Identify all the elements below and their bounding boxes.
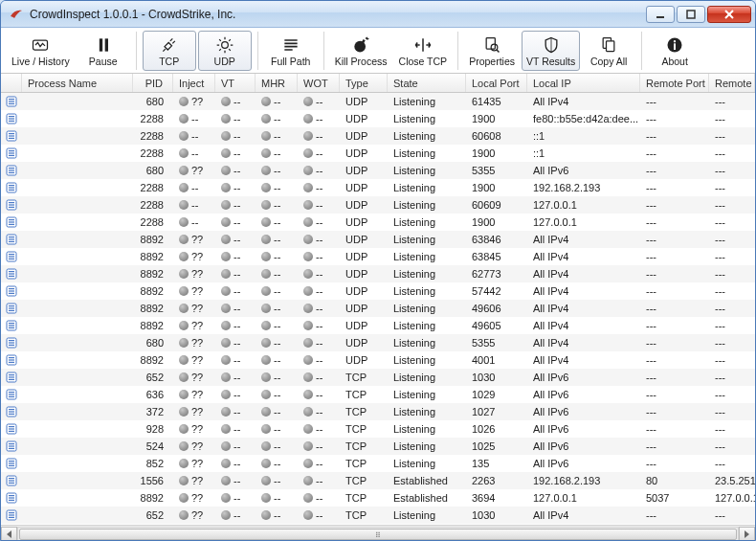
cell-local-port: 57442 [466, 282, 527, 300]
minimize-button[interactable] [646, 6, 675, 23]
cell-pid: 928 [133, 420, 173, 438]
column-header-rip[interactable]: Remote IP [709, 74, 755, 92]
table-row[interactable]: 852??------TCPListening135All IPv6------ [1, 455, 755, 472]
svg-rect-68 [9, 259, 14, 259]
status-dot-icon [221, 114, 231, 124]
cell-remote-port: --- [640, 438, 709, 455]
column-header-type[interactable]: Type [340, 74, 388, 92]
udp-button[interactable]: UDP [198, 31, 252, 71]
process-icon [1, 472, 22, 489]
maximize-button[interactable] [677, 6, 705, 23]
table-row[interactable]: 2288--------UDPListening1900::1------ [1, 145, 755, 162]
table-row[interactable]: 680??------UDPListening5355All IPv4-----… [1, 334, 755, 351]
table-row[interactable]: 8892??------UDPListening63845All IPv4---… [1, 248, 755, 265]
table-row[interactable]: 2288--------UDPListening60609127.0.0.1--… [1, 196, 755, 214]
copy-all-button[interactable]: Copy All [582, 31, 635, 71]
svg-rect-52 [9, 190, 14, 191]
table-row[interactable]: 8892??------TCPEstablished3694127.0.0.15… [1, 489, 755, 507]
column-header-rport[interactable]: Remote Port [640, 74, 709, 92]
cell-mhr: -- [256, 196, 298, 214]
cell-inject: ?? [173, 231, 215, 248]
status-dot-icon [261, 407, 271, 417]
svg-rect-35 [9, 118, 14, 119]
cell-pid: 524 [133, 438, 173, 455]
column-header-wot[interactable]: WOT [298, 74, 340, 92]
titlebar: CrowdInspect 1.0.0.1 - CrowdStrike, Inc. [1, 1, 755, 28]
table-row[interactable]: 652??------TCPListening1030All IPv6-----… [1, 369, 755, 386]
cell-remote-ip: --- [709, 386, 755, 403]
cell-mhr: -- [256, 438, 298, 455]
column-header-pid[interactable]: PID [133, 74, 173, 92]
status-dot-icon [179, 355, 189, 365]
process-icon-svg [6, 96, 17, 107]
table-row[interactable]: 928??------TCPListening1026All IPv6-----… [1, 420, 755, 438]
column-header-lport[interactable]: Local Port [466, 74, 527, 92]
kill-process-button[interactable]: Kill Process [330, 31, 392, 71]
vt-results-button[interactable]: VT Results [522, 31, 580, 71]
toolbar-separator [457, 32, 458, 70]
column-header-icon[interactable] [1, 74, 22, 92]
column-header-lip[interactable]: Local IP [527, 74, 640, 92]
table-row[interactable]: 636??------TCPListening1029All IPv6-----… [1, 386, 755, 403]
table-row[interactable]: 524??------TCPListening1025All IPv6-----… [1, 438, 755, 455]
column-header-state[interactable]: State [388, 74, 466, 92]
close-button[interactable] [707, 6, 751, 23]
status-dot-icon [303, 476, 313, 485]
cell-vt: -- [215, 507, 256, 524]
cell-state: Listening [388, 300, 466, 317]
table-row[interactable]: 8892??------UDPListening49606All IPv4---… [1, 300, 755, 317]
table-row[interactable]: 372??------TCPListening1027All IPv6-----… [1, 403, 755, 420]
svg-rect-46 [9, 168, 14, 169]
status-dot-icon [179, 200, 189, 210]
process-icon-svg [6, 113, 17, 124]
status-dot-icon [261, 183, 271, 192]
table-row[interactable]: 652??------TCPListening1030All IPv4-----… [1, 507, 755, 524]
cell-type: UDP [340, 127, 388, 145]
close-tcp-button[interactable]: Close TCP [394, 31, 453, 71]
column-header-inject[interactable]: Inject [173, 74, 215, 92]
horizontal-scrollbar[interactable]: ⠿ [1, 525, 755, 541]
full-path-button[interactable]: Full Path [264, 31, 318, 71]
scroll-left-button[interactable] [1, 527, 17, 542]
process-icon-svg [6, 199, 17, 211]
table-row[interactable]: 680??------UDPListening61435All IPv4----… [1, 93, 755, 110]
cell-wot: -- [298, 127, 340, 145]
cell-remote-ip: --- [709, 455, 755, 472]
column-header-mhr[interactable]: MHR [256, 74, 298, 92]
status-dot-icon [303, 441, 313, 451]
scroll-right-button[interactable] [739, 527, 755, 542]
toolbar-label: UDP [214, 56, 235, 67]
cell-pid: 2288 [133, 179, 173, 196]
status-dot-icon [261, 200, 271, 210]
pause-icon [92, 34, 115, 56]
cell-inject: -- [173, 196, 215, 214]
column-header-name[interactable]: Process Name [22, 74, 133, 92]
table-row[interactable]: 680??------UDPListening5355All IPv6-----… [1, 162, 755, 179]
table-row[interactable]: 2288--------UDPListening1900fe80::b55e:d… [1, 110, 755, 127]
cell-inject: ?? [173, 489, 215, 507]
cell-local-port: 1025 [466, 438, 527, 455]
properties-button[interactable]: Properties [464, 31, 520, 71]
table-row[interactable]: 2288--------UDPListening60608::1------ [1, 127, 755, 145]
pause-button[interactable]: Pause [77, 31, 130, 71]
about-button[interactable]: About [648, 31, 701, 71]
scroll-thumb[interactable]: ⠿ [19, 529, 737, 540]
table-row[interactable]: 8892??------UDPListening57442All IPv4---… [1, 282, 755, 300]
cell-mhr: -- [256, 231, 298, 248]
table-row[interactable]: 8892??------UDPListening62773All IPv4---… [1, 265, 755, 282]
cell-local-port: 62773 [466, 265, 527, 282]
table-row[interactable]: 1556??------TCPEstablished2263192.168.2.… [1, 472, 755, 489]
live-history-button[interactable]: Live / History [7, 31, 75, 71]
tcp-button[interactable]: TCP [143, 31, 196, 71]
cell-local-ip: All IPv4 [527, 300, 640, 317]
table-row[interactable]: 8892??------UDPListening49605All IPv4---… [1, 317, 755, 334]
column-header-vt[interactable]: VT [215, 74, 256, 92]
grid-body[interactable]: 680??------UDPListening61435All IPv4----… [1, 93, 755, 525]
cell-pid: 2288 [133, 127, 173, 145]
svg-rect-38 [9, 133, 14, 134]
table-row[interactable]: 8892??------UDPListening4001All IPv4----… [1, 351, 755, 369]
table-row[interactable]: 8892??------UDPListening63846All IPv4---… [1, 231, 755, 248]
table-row[interactable]: 2288--------UDPListening1900127.0.0.1---… [1, 214, 755, 231]
table-row[interactable]: 2288--------UDPListening1900192.168.2.19… [1, 179, 755, 196]
scroll-track[interactable]: ⠿ [17, 527, 739, 542]
